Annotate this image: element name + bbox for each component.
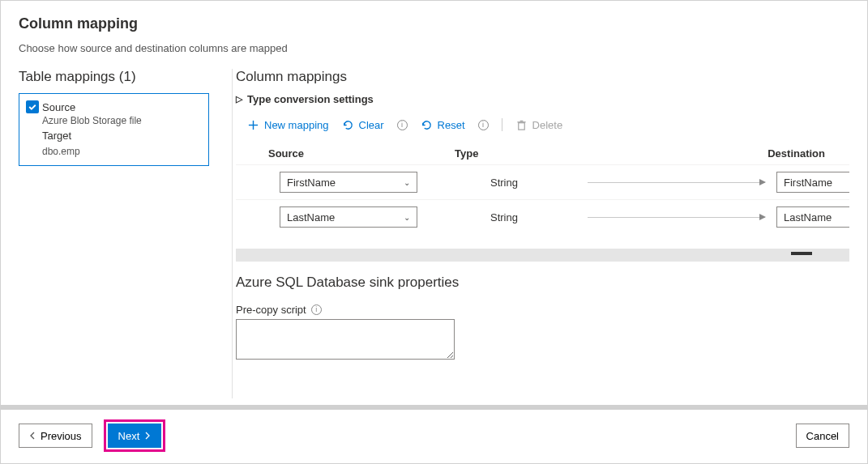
mapping-target-label: Target: [42, 128, 202, 144]
chevron-right-icon: [143, 432, 151, 440]
header-source: Source: [268, 147, 455, 160]
chevron-left-icon: [29, 432, 37, 440]
trash-icon: [515, 119, 528, 131]
pre-copy-textarea[interactable]: [236, 319, 455, 360]
cancel-button[interactable]: Cancel: [796, 424, 849, 448]
header-destination: Destination: [768, 147, 849, 160]
type-cell: String: [417, 211, 588, 223]
mapping-arrow: [588, 182, 765, 183]
sink-properties-heading: Azure SQL Database sink properties: [236, 275, 849, 291]
reset-button[interactable]: Reset: [421, 119, 465, 131]
info-icon[interactable]: i: [478, 120, 489, 130]
mapping-source-label: Source: [42, 101, 75, 113]
mapping-card[interactable]: Source Azure Blob Storage file Target db…: [19, 93, 209, 166]
mapping-checkbox[interactable]: [26, 100, 39, 113]
info-icon[interactable]: i: [311, 304, 322, 315]
toolbar-divider: [502, 118, 502, 131]
clear-button[interactable]: Clear: [342, 119, 384, 131]
page-subtitle: Choose how source and destination column…: [19, 42, 849, 54]
previous-button[interactable]: Previous: [19, 424, 92, 448]
mapping-target-value: dbo.emp: [42, 144, 202, 159]
delete-button: Delete: [515, 119, 563, 131]
source-select[interactable]: LastName ⌄: [280, 206, 417, 228]
chevron-down-icon: ⌄: [404, 178, 410, 187]
source-select[interactable]: FirstName ⌄: [280, 172, 417, 193]
chevron-down-icon: ⌄: [404, 213, 410, 222]
header-type: Type: [455, 147, 641, 160]
destination-select[interactable]: FirstName: [776, 172, 849, 193]
page-title: Column mapping: [19, 15, 849, 32]
column-mappings-heading: Column mappings: [236, 69, 849, 85]
new-mapping-button[interactable]: New mapping: [247, 119, 329, 131]
info-icon[interactable]: i: [397, 120, 408, 130]
mapping-source-value: Azure Blob Storage file: [42, 113, 202, 128]
chevron-right-icon: ▷: [236, 94, 242, 104]
refresh-icon: [421, 119, 433, 131]
table-mappings-heading: Table mappings (1): [19, 69, 209, 85]
type-conversion-label: Type conversion settings: [247, 93, 374, 105]
mapping-row: LastName ⌄ String LastName: [236, 199, 849, 234]
drag-handle[interactable]: [791, 252, 812, 255]
next-button[interactable]: Next: [108, 424, 162, 448]
mapping-arrow: [588, 217, 765, 218]
type-cell: String: [417, 177, 588, 189]
next-button-highlight: Next: [104, 419, 166, 452]
destination-select[interactable]: LastName: [776, 206, 849, 228]
column-header-row: Source Type Destination: [236, 143, 849, 164]
pane-divider[interactable]: [236, 249, 849, 262]
type-conversion-toggle[interactable]: ▷ Type conversion settings: [236, 93, 849, 105]
mapping-row: FirstName ⌄ String FirstName: [236, 164, 849, 199]
svg-rect-2: [518, 122, 524, 129]
pre-copy-label: Pre-copy script: [236, 304, 306, 316]
refresh-icon: [342, 119, 354, 131]
plus-icon: [247, 119, 259, 131]
